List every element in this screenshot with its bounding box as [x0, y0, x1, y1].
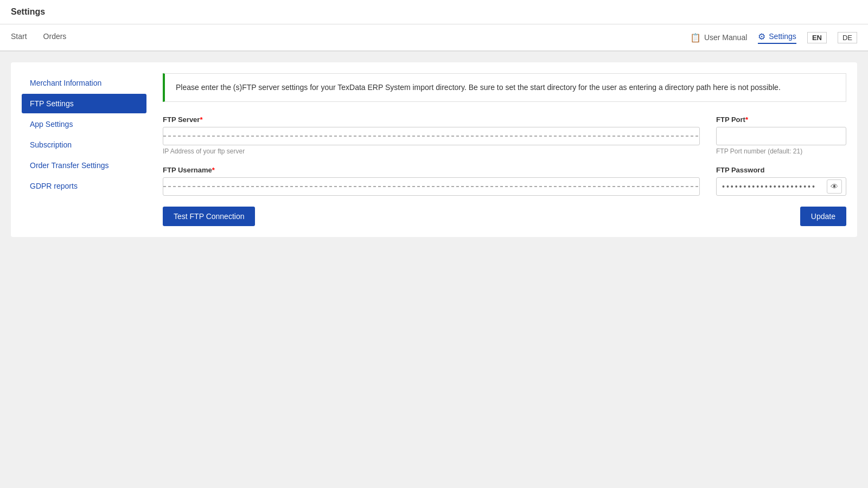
ftp-server-required: *: [200, 115, 202, 124]
lang-de-button[interactable]: DE: [838, 32, 857, 43]
gear-icon: ⚙: [758, 31, 765, 42]
sidebar: Merchant Information FTP Settings App Se…: [22, 73, 152, 226]
sidebar-item-merchant-information[interactable]: Merchant Information: [22, 73, 146, 93]
ftp-username-required: *: [212, 166, 215, 174]
password-wrapper: 👁: [716, 177, 846, 196]
page-title: Settings: [11, 7, 45, 17]
form-group-ftp-username: FTP Username*: [163, 166, 700, 196]
info-box: Please enter the (s)FTP server settings …: [163, 73, 846, 102]
form-area: Please enter the (s)FTP server settings …: [152, 73, 846, 226]
toggle-password-button[interactable]: 👁: [827, 179, 842, 194]
sidebar-item-gdpr-reports[interactable]: GDPR reports: [22, 176, 146, 196]
settings-label: Settings: [769, 32, 796, 41]
ftp-server-label: FTP Server*: [163, 115, 700, 124]
nav-left: Start Orders: [11, 32, 66, 43]
user-manual-label: User Manual: [704, 33, 747, 42]
info-text: Please enter the (s)FTP server settings …: [176, 83, 781, 92]
ftp-port-required: *: [745, 115, 748, 124]
ftp-server-hint: IP Address of your ftp server: [163, 147, 700, 155]
nav-start[interactable]: Start: [11, 32, 27, 43]
nav-bar: Start Orders 📋 User Manual ⚙ Settings EN…: [0, 24, 868, 52]
top-bar: Settings: [0, 0, 868, 24]
sidebar-item-order-transfer-settings[interactable]: Order Transfer Settings: [22, 156, 146, 175]
sidebar-item-ftp-settings[interactable]: FTP Settings: [22, 94, 146, 113]
book-icon: 📋: [690, 33, 701, 43]
ftp-port-input[interactable]: 21: [716, 127, 846, 145]
ftp-server-input[interactable]: [163, 127, 700, 145]
ftp-username-label: FTP Username*: [163, 166, 700, 174]
nav-right: 📋 User Manual ⚙ Settings EN DE: [690, 31, 857, 44]
actions-row: Test FTP Connection Update: [163, 207, 846, 226]
content-container: Merchant Information FTP Settings App Se…: [11, 62, 857, 237]
main-wrapper: Merchant Information FTP Settings App Se…: [0, 52, 868, 488]
ftp-port-hint: FTP Port number (default: 21): [716, 147, 846, 155]
ftp-password-label: FTP Password: [716, 166, 846, 174]
form-row-user-pass: FTP Username* FTP Password 👁: [163, 166, 846, 196]
ftp-port-label: FTP Port*: [716, 115, 846, 124]
user-manual-nav[interactable]: 📋 User Manual: [690, 33, 747, 43]
ftp-username-input[interactable]: [163, 177, 700, 196]
form-group-ftp-port: FTP Port* 21 FTP Port number (default: 2…: [716, 115, 846, 155]
form-group-ftp-server: FTP Server* IP Address of your ftp serve…: [163, 115, 700, 155]
eye-icon: 👁: [831, 182, 838, 191]
update-button[interactable]: Update: [800, 207, 846, 226]
sidebar-item-app-settings[interactable]: App Settings: [22, 114, 146, 134]
sidebar-item-subscription[interactable]: Subscription: [22, 135, 146, 155]
form-group-ftp-password: FTP Password 👁: [716, 166, 846, 196]
nav-orders[interactable]: Orders: [43, 32, 67, 43]
settings-nav[interactable]: ⚙ Settings: [758, 31, 796, 44]
form-row-server-port: FTP Server* IP Address of your ftp serve…: [163, 115, 846, 155]
lang-en-button[interactable]: EN: [807, 32, 827, 43]
test-ftp-connection-button[interactable]: Test FTP Connection: [163, 207, 255, 226]
